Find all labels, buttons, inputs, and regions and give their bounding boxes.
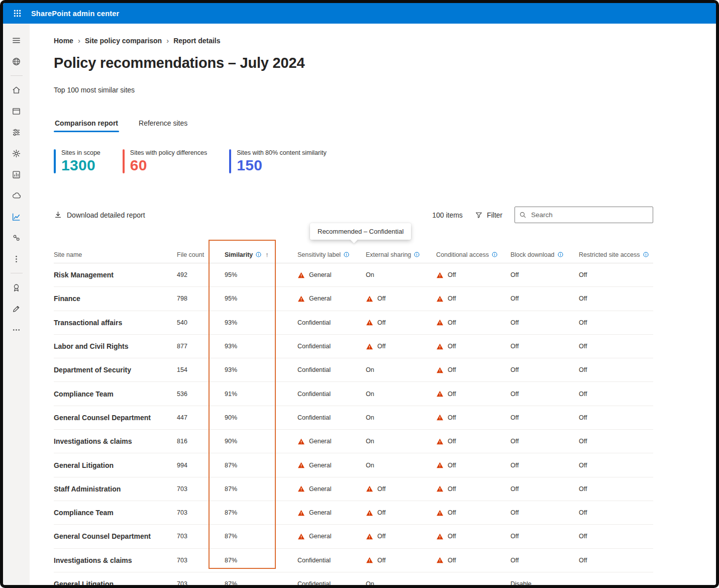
sidebar-item-reports[interactable] <box>3 206 30 227</box>
column-header-similarity[interactable]: Similarity↑ <box>225 251 297 258</box>
stat-label: Sites with 80% content similarity <box>237 149 327 156</box>
cell-conditional_access: Off <box>436 366 510 374</box>
info-icon[interactable] <box>643 251 649 258</box>
cell-conditional_access: Off <box>436 509 510 517</box>
cell-block_download: Off <box>510 485 579 493</box>
table-row[interactable]: Compliance Team53691%ConfidentialOnOffOf… <box>54 382 653 406</box>
warning-icon <box>297 485 305 493</box>
table-row[interactable]: Investigations & claims81690%GeneralOnOf… <box>54 430 653 453</box>
cell-block_download: Off <box>510 295 579 302</box>
app-title: SharePoint admin center <box>31 10 119 18</box>
sidebar-item-more-vertical[interactable] <box>3 248 30 269</box>
warning-icon <box>436 485 444 493</box>
stats-row: Sites in scope1300Sites with policy diff… <box>54 149 653 173</box>
breadcrumb-item-report-details[interactable]: Report details <box>173 37 220 45</box>
column-label: File count <box>177 251 204 258</box>
info-icon[interactable] <box>491 251 498 258</box>
cell-conditional_access: Off <box>436 390 510 398</box>
tab-comparison-report[interactable]: Comparison report <box>54 119 119 132</box>
breadcrumb-separator: › <box>166 36 169 45</box>
cell-sensitivity_label: Confidential <box>297 557 366 564</box>
warning-icon <box>436 271 444 279</box>
sidebar-item-migration-cloud[interactable] <box>3 185 30 206</box>
sidebar-item-badge[interactable] <box>3 277 30 298</box>
stat-value: 60 <box>130 157 207 173</box>
sidebar-item-edit[interactable] <box>3 298 30 319</box>
tab-reference-sites[interactable]: Reference sites <box>138 119 188 132</box>
column-header-external-sharing[interactable]: External sharing <box>366 251 436 258</box>
column-header-conditional-access[interactable]: Conditional access <box>436 251 510 258</box>
cell-sensitivity_label: General <box>297 533 366 540</box>
sidebar-item-advanced[interactable] <box>3 227 30 248</box>
cell-file_count: 703 <box>177 533 225 540</box>
badge-icon <box>12 283 21 292</box>
sidebar-item-policies[interactable] <box>3 164 30 185</box>
page-subtitle: Top 100 most similar sites <box>54 86 653 94</box>
breadcrumb-separator: › <box>78 36 80 45</box>
cell-conditional_access: Off <box>436 461 510 469</box>
table-row[interactable]: General Litigation99487%GeneralOnOffOffO… <box>54 453 653 477</box>
info-icon[interactable] <box>255 251 262 258</box>
cell-conditional_access: Off <box>436 533 510 540</box>
table-row[interactable]: General Counsel Department70387%GeneralO… <box>54 525 653 548</box>
sidebar-item-filters[interactable] <box>3 122 30 143</box>
breadcrumb-item-home[interactable]: Home <box>54 37 73 45</box>
info-icon[interactable] <box>343 251 350 258</box>
table-row[interactable]: Labor and Civil Rights87793%Confidential… <box>54 335 653 358</box>
filter-button[interactable]: Filter <box>475 211 502 219</box>
info-icon[interactable] <box>414 251 420 258</box>
sidebar-item-home[interactable] <box>3 79 30 101</box>
sidebar-item-more-horizontal[interactable] <box>3 319 30 340</box>
cell-sensitivity_label: Confidential <box>297 343 366 350</box>
stat-value: 150 <box>237 157 327 173</box>
cell-similarity: 91% <box>225 390 297 398</box>
cell-block_download: Off <box>510 414 579 421</box>
warning-icon <box>366 533 373 540</box>
cell-file_count: 492 <box>177 271 225 278</box>
warning-icon <box>436 319 444 326</box>
info-icon[interactable] <box>557 251 564 258</box>
column-header-restricted-site-access[interactable]: Restricted site access <box>579 251 653 258</box>
cell-restricted_site_access: Off <box>579 366 653 373</box>
cell-similarity: 87% <box>225 509 297 516</box>
cell-similarity: 87% <box>225 533 297 540</box>
column-header-file-count[interactable]: File count <box>177 251 225 258</box>
breadcrumb-item-site-policy-comparison[interactable]: Site policy comparison <box>85 37 162 45</box>
tab-bar: Comparison reportReference sites <box>54 119 653 132</box>
cell-block_download: Off <box>510 271 579 278</box>
table-row[interactable]: Transactional affairs54093%ConfidentialO… <box>54 311 653 335</box>
column-header-block-download[interactable]: Block download <box>510 251 579 258</box>
search-box <box>515 207 653 223</box>
table-row[interactable]: Risk Management49295%GeneralOnOffOffOff <box>54 263 653 287</box>
cell-external_sharing: On <box>366 414 436 421</box>
cell-sensitivity_label: General <box>297 295 366 303</box>
search-input[interactable] <box>530 211 649 219</box>
column-header-sensitivity-label[interactable]: Sensitivity label <box>297 251 366 258</box>
cell-conditional_access: Off <box>436 295 510 303</box>
download-report-button[interactable]: Download detailed report <box>54 211 145 219</box>
table-row[interactable]: Department of Security15493%Confidential… <box>54 358 653 382</box>
table-row[interactable]: General Litigation70387%ConfidentialOnDi… <box>54 572 653 585</box>
table-row[interactable]: Finance79895%GeneralOffOffOffOff <box>54 287 653 311</box>
table-row[interactable]: Staff Administration70387%GeneralOffOffO… <box>54 477 653 501</box>
sidebar-item-sites[interactable] <box>3 101 30 122</box>
table-row[interactable]: General Counsel Department44790%Confiden… <box>54 406 653 430</box>
table-row[interactable]: Compliance Team70387%GeneralOffOffOffOff <box>54 501 653 525</box>
sidebar-item-settings[interactable] <box>3 143 30 164</box>
table-row[interactable]: Investigations & claims70387%Confidentia… <box>54 549 653 572</box>
filter-funnel-icon <box>475 211 483 219</box>
cell-sensitivity_label: Confidential <box>297 414 366 421</box>
cell-similarity: 90% <box>225 414 297 421</box>
app-launcher-button[interactable] <box>9 6 25 22</box>
column-label: Site name <box>54 251 82 258</box>
cell-site: Labor and Civil Rights <box>54 342 177 350</box>
sidebar-item-globe[interactable] <box>3 51 30 72</box>
column-header-site-name[interactable]: Site name <box>54 251 177 258</box>
cell-restricted_site_access: Off <box>579 462 653 469</box>
stat-sites-with-80-content-similarity: Sites with 80% content similarity150 <box>229 149 327 173</box>
sidebar-item-menu[interactable] <box>3 30 30 51</box>
advanced-icon <box>12 233 21 243</box>
stat-label: Sites with policy differences <box>130 149 207 156</box>
cell-external_sharing: Off <box>366 295 436 303</box>
warning-icon <box>436 509 444 517</box>
